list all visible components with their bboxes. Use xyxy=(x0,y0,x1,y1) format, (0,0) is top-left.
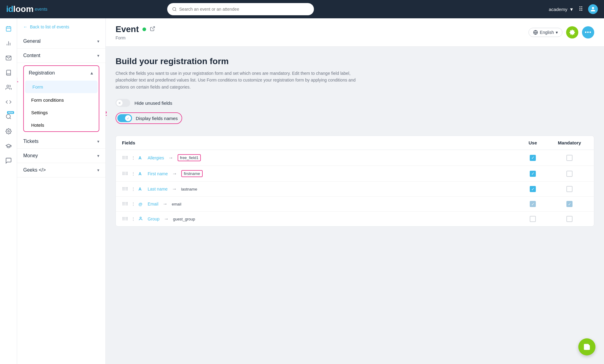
use-checkbox-cell[interactable]: ✓ xyxy=(514,155,551,161)
logo-events: events xyxy=(35,7,47,12)
grid-apps-icon[interactable]: ⠿ xyxy=(579,5,583,13)
use-checkbox-checked-muted[interactable]: ✓ xyxy=(530,201,536,207)
back-to-list-link[interactable]: ← Back to list of events xyxy=(17,18,105,34)
nav-section-content: Content ▾ xyxy=(17,49,105,63)
sidebar-icon-calendar[interactable] xyxy=(2,22,15,35)
more-options-button[interactable]: ••• xyxy=(582,26,594,38)
use-checkbox-empty[interactable] xyxy=(530,216,536,222)
drag-handle-grid[interactable]: ⠿⠿ xyxy=(122,171,128,176)
use-checkbox-checked[interactable]: ✓ xyxy=(530,171,536,177)
field-code: lastname xyxy=(181,187,197,191)
event-title: Event xyxy=(116,24,139,34)
nav-section-header-tickets[interactable]: Tickets ▾ xyxy=(17,134,105,148)
mandatory-checkbox-empty[interactable] xyxy=(566,155,573,161)
sidebar-icon-help[interactable] xyxy=(2,154,15,167)
save-button[interactable] xyxy=(578,338,595,355)
search-bar[interactable] xyxy=(167,3,314,15)
nav-section-money: Money ▾ xyxy=(17,149,105,163)
mandatory-checkbox-empty[interactable] xyxy=(566,216,573,222)
nav-section-geeks: Geeks </> ▾ xyxy=(17,163,105,177)
field-arrow: → xyxy=(168,155,173,161)
drag-handle-dots[interactable]: ⋮ xyxy=(131,187,135,191)
field-type-text-icon: A xyxy=(138,155,145,160)
topnav: idloomevents academy ▼ ⠿ xyxy=(0,0,604,18)
nav-section-tickets: Tickets ▾ xyxy=(17,134,105,149)
use-checkbox-cell[interactable]: ✓ xyxy=(514,186,551,192)
svg-point-10 xyxy=(7,85,9,87)
nav-item-form[interactable]: Form xyxy=(25,81,98,93)
registration-section: Registration ▲ 1 Form Form conditions Se… xyxy=(23,65,99,132)
svg-line-14 xyxy=(152,27,155,29)
sidebar-icon-email[interactable] xyxy=(2,51,15,65)
step-2-indicator: 2 xyxy=(106,110,107,118)
user-avatar[interactable] xyxy=(588,4,598,14)
field-code-outlined: firstname xyxy=(181,170,202,177)
nav-item-form-conditions[interactable]: Form conditions xyxy=(24,94,99,106)
mandatory-checkbox-cell[interactable] xyxy=(551,216,588,222)
registration-section-header[interactable]: Registration ▲ xyxy=(24,66,99,80)
sidebar-icon-settings[interactable] xyxy=(2,125,15,138)
nav-section-header-geeks[interactable]: Geeks </> ▾ xyxy=(17,163,105,177)
sidebar-icon-chart[interactable] xyxy=(2,37,15,50)
header-fields: Fields xyxy=(122,140,514,145)
drag-handle-grid[interactable]: ⠿⠿ xyxy=(122,187,128,191)
mandatory-checkbox-cell[interactable] xyxy=(551,171,588,177)
use-checkbox-cell[interactable] xyxy=(514,216,551,222)
language-label: English xyxy=(540,30,554,35)
event-title-area: Event Form xyxy=(116,24,155,40)
main-content: Event Form English ▾ ••• xyxy=(106,18,604,364)
nav-section-header-money[interactable]: Money ▾ xyxy=(17,149,105,163)
drag-handle-grid[interactable]: ⠿⠿ xyxy=(122,217,128,221)
mandatory-checkbox-cell[interactable]: ✓ xyxy=(551,201,588,207)
event-title-row: Event xyxy=(116,24,155,34)
drag-handle-dots[interactable]: ⋮ xyxy=(131,202,135,206)
form-builder-description: Check the fields you want to use in your… xyxy=(116,70,366,90)
table-row: ⠿⠿ ⋮ A Allergies → free_field1 ✓ xyxy=(116,150,594,166)
field-name: Allergies xyxy=(148,155,164,160)
icon-sidebar: NEW xyxy=(0,18,17,364)
gear-settings-button[interactable] xyxy=(566,26,578,38)
header-use: Use xyxy=(514,140,551,145)
user-menu[interactable]: academy ▼ xyxy=(549,7,574,12)
drag-handle-dots[interactable]: ⋮ xyxy=(131,171,135,176)
table-row: ⠿⠿ ⋮ A First name → firstname ✓ xyxy=(116,166,594,182)
chevron-down-lang: ▾ xyxy=(556,30,558,35)
mandatory-checkbox-empty[interactable] xyxy=(566,171,573,177)
sidebar-icon-code[interactable] xyxy=(2,95,15,109)
mandatory-checkbox-empty[interactable] xyxy=(566,186,573,192)
sidebar-icon-search-new[interactable]: NEW xyxy=(2,110,15,123)
external-link-icon[interactable] xyxy=(150,26,155,33)
table-row: ⠿⠿ ⋮ Group → guest_group xyxy=(116,212,594,226)
money-label: Money xyxy=(23,153,38,158)
sidebar-icon-graduation[interactable] xyxy=(2,139,15,153)
search-input[interactable] xyxy=(179,7,309,12)
sidebar-icon-users[interactable] xyxy=(2,81,15,94)
drag-handle-dots[interactable]: ⋮ xyxy=(131,217,135,221)
mandatory-checkbox-checked-muted[interactable]: ✓ xyxy=(566,201,573,207)
drag-handle-grid[interactable]: ⠿⠿ xyxy=(122,155,128,160)
mandatory-checkbox-cell[interactable] xyxy=(551,155,588,161)
use-checkbox-cell[interactable]: ✓ xyxy=(514,201,551,207)
mandatory-checkbox-cell[interactable] xyxy=(551,186,588,192)
general-label: General xyxy=(23,38,41,44)
hide-unused-fields-toggle[interactable]: ✕ xyxy=(116,99,130,107)
drag-handle-grid[interactable]: ⠿⠿ xyxy=(122,202,128,206)
nav-item-hotels[interactable]: Hotels xyxy=(24,119,99,131)
field-name: Email xyxy=(148,202,158,206)
event-header-card: Event Form English ▾ ••• xyxy=(106,18,604,47)
drag-handle-dots[interactable]: ⋮ xyxy=(131,155,135,160)
display-fields-outlined-wrapper: ✓ Display fields names xyxy=(116,112,182,124)
use-checkbox-checked[interactable]: ✓ xyxy=(530,186,536,192)
nav-item-settings[interactable]: Settings xyxy=(24,106,99,119)
nav-section-header-content[interactable]: Content ▾ xyxy=(17,49,105,63)
nav-section-header-general[interactable]: General ▾ xyxy=(17,34,105,48)
chevron-down-icon: ▼ xyxy=(569,7,574,12)
sidebar-icon-book[interactable] xyxy=(2,66,15,79)
use-checkbox-checked[interactable]: ✓ xyxy=(530,155,536,161)
use-checkbox-cell[interactable]: ✓ xyxy=(514,171,551,177)
field-name: Group xyxy=(148,217,160,221)
fields-table: Fields Use Mandatory ⠿⠿ ⋮ A Allergies → … xyxy=(116,136,594,227)
registration-label: Registration xyxy=(29,70,55,76)
display-fields-names-toggle[interactable]: ✓ xyxy=(117,114,132,122)
language-button[interactable]: English ▾ xyxy=(528,28,562,37)
